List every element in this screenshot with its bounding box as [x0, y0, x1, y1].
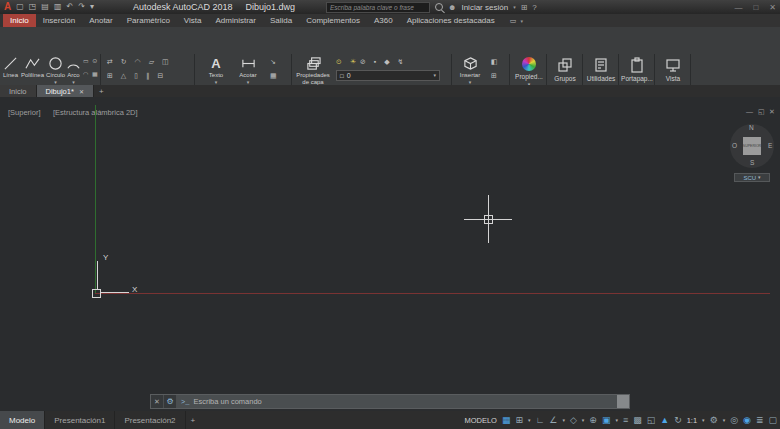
block-edit-icon[interactable]: ◧: [491, 58, 501, 65]
drawing-close-icon[interactable]: ✕: [769, 108, 775, 116]
viewcube[interactable]: N O E S SUPERIOR: [730, 124, 774, 168]
workspace-gear-icon[interactable]: ⚙: [710, 416, 718, 425]
ortho-icon[interactable]: ∟: [535, 416, 544, 425]
sign-in-button[interactable]: Iniciar sesión: [461, 3, 508, 12]
draw-extra-tools-row[interactable]: ◠ ▦: [83, 71, 99, 77]
ribbon-minimize-icon[interactable]: ▭: [510, 17, 517, 25]
viewcube-south[interactable]: S: [750, 160, 754, 167]
chevron-down-icon[interactable]: ▾: [702, 418, 705, 423]
transparency-icon[interactable]: ▩: [633, 416, 642, 425]
panel-propiedades-collapsed[interactable]: Propied... ▾: [512, 57, 546, 87]
chevron-down-icon[interactable]: ▾: [615, 418, 618, 423]
chevron-down-icon[interactable]: ▾: [513, 4, 516, 10]
app-store-icon[interactable]: ⊞: [521, 3, 528, 12]
new-layout-button[interactable]: +: [186, 411, 201, 429]
file-tab-dibujo1[interactable]: Dibujo1* ✕: [37, 85, 94, 97]
chevron-down-icon[interactable]: ▾: [520, 18, 523, 24]
isolate-objects-icon[interactable]: ◎: [730, 416, 738, 425]
modify-tools-row[interactable]: ⇄ ↻ ◠ ▱ ◫: [107, 58, 172, 65]
modify-tools-row[interactable]: ⊞ △ ▯ ∥ ⊟: [107, 72, 166, 79]
ribbon-tab-a360[interactable]: A360: [367, 14, 400, 27]
qat-undo-icon[interactable]: ↶: [66, 3, 73, 11]
object-snap-icon[interactable]: ▣: [602, 416, 611, 425]
drawing-restore-icon[interactable]: ◱: [758, 108, 765, 116]
viewcube-north[interactable]: N: [749, 125, 754, 132]
circle-tool-button[interactable]: Círculo ▾: [45, 56, 66, 85]
ribbon-tab-salida[interactable]: Salida: [263, 14, 299, 27]
arc-tool-button[interactable]: Arco ▾: [66, 56, 81, 85]
polyline-tool-button[interactable]: Polilínea: [20, 56, 45, 79]
leader-tool-icon[interactable]: ↘: [270, 58, 279, 65]
new-drawing-tab-button[interactable]: +: [94, 85, 109, 97]
object-snap-tracking-icon[interactable]: ⊕: [589, 416, 597, 425]
command-line[interactable]: ✕ ⚙ >_ Escriba un comando: [150, 394, 630, 409]
chevron-down-icon[interactable]: ▾: [528, 418, 531, 423]
window-minimize-icon[interactable]: —: [734, 3, 742, 12]
qat-customize-chevron-icon[interactable]: ▾: [90, 3, 94, 11]
ribbon-tab-vista[interactable]: Vista: [177, 14, 209, 27]
snap-icon[interactable]: ⊞: [515, 416, 523, 425]
layer-state-icons[interactable]: ⊘ ▪ ◆ ↯: [360, 58, 406, 65]
model-space-button[interactable]: MODELO: [464, 416, 497, 425]
viewport-view-control[interactable]: [Superior]: [8, 108, 41, 117]
qat-save-icon[interactable]: ▤: [41, 3, 49, 11]
command-scroll-handle[interactable]: [617, 395, 629, 408]
insert-block-button[interactable]: Insertar ▾: [455, 56, 485, 85]
qat-new-icon[interactable]: ▢: [16, 3, 24, 11]
help-icon[interactable]: ?: [532, 3, 536, 12]
lineweight-icon[interactable]: ≡: [623, 416, 628, 425]
draw-extra-tools-row[interactable]: ▭ ⊙: [83, 58, 98, 64]
ribbon-tab-administrar[interactable]: Administrar: [209, 14, 263, 27]
window-close-icon[interactable]: ✕: [769, 3, 776, 12]
layer-state-icons[interactable]: ⊙ ☀: [336, 58, 359, 65]
search-icon[interactable]: [435, 3, 443, 11]
isodraft-icon[interactable]: ◇: [570, 416, 577, 425]
command-close-icon[interactable]: ✕: [151, 395, 164, 408]
viewcube-west[interactable]: O: [732, 143, 737, 150]
customization-menu-icon[interactable]: ≣: [756, 416, 764, 425]
chevron-down-icon[interactable]: ▾: [723, 418, 726, 423]
qat-plot-icon[interactable]: ▥: [54, 3, 62, 11]
chevron-down-icon[interactable]: ▾: [433, 73, 436, 78]
layer-dropdown[interactable]: □ 0 ▾: [336, 70, 440, 81]
viewcube-ucs-menu[interactable]: SCU ▾: [734, 173, 770, 182]
chevron-down-icon[interactable]: ▾: [582, 418, 585, 423]
annotation-visibility-icon[interactable]: ▲: [660, 416, 669, 425]
ribbon-tab-inicio[interactable]: Inicio: [3, 14, 36, 27]
grid-icon[interactable]: ▦: [502, 416, 511, 425]
autoscale-icon[interactable]: ↻: [674, 416, 682, 425]
text-tool-button[interactable]: A Texto ▾: [203, 56, 229, 85]
viewcube-east[interactable]: E: [768, 143, 772, 150]
ribbon-tab-aplicaciones[interactable]: Aplicaciones destacadas: [400, 14, 502, 27]
dimension-tool-button[interactable]: Acotar ▾: [233, 56, 263, 85]
layout-tab-modelo[interactable]: Modelo: [0, 411, 45, 429]
command-customize-wrench-icon[interactable]: ⚙: [164, 395, 177, 408]
command-input[interactable]: >_ Escriba un comando: [177, 395, 617, 408]
search-input[interactable]: [326, 2, 430, 13]
block-attributes-icon[interactable]: ⊞: [491, 72, 500, 79]
line-tool-button[interactable]: Línea: [1, 56, 20, 79]
drawing-minimize-icon[interactable]: —: [746, 108, 753, 115]
drawing-viewport[interactable]: [Superior] [Estructura alámbrica 2D] — ◱…: [0, 97, 780, 411]
graphics-performance-icon[interactable]: ◉: [743, 416, 751, 425]
window-maximize-icon[interactable]: □: [753, 3, 758, 12]
annotation-scale-button[interactable]: 1:1: [687, 416, 697, 425]
layout-tab-presentacion2[interactable]: Presentación2: [115, 411, 185, 429]
table-tool-icon[interactable]: ▦: [270, 72, 280, 79]
chevron-down-icon[interactable]: ▾: [562, 418, 565, 423]
qat-open-icon[interactable]: ◳: [29, 3, 37, 11]
ribbon-tab-complementos[interactable]: Complementos: [299, 14, 367, 27]
layout-tab-presentacion1[interactable]: Presentación1: [45, 411, 115, 429]
autocad-logo-icon[interactable]: A: [4, 2, 11, 12]
ribbon-tab-insercion[interactable]: Inserción: [36, 14, 82, 27]
layer-properties-button[interactable]: Propiedades de capa: [295, 56, 331, 86]
qat-redo-icon[interactable]: ↷: [78, 3, 85, 11]
viewcube-top-face[interactable]: SUPERIOR: [743, 137, 761, 155]
close-icon[interactable]: ✕: [79, 88, 84, 95]
clean-screen-icon[interactable]: ▢: [768, 416, 777, 425]
ribbon-tab-anotar[interactable]: Anotar: [82, 14, 120, 27]
selection-cycling-icon[interactable]: ◱: [647, 416, 656, 425]
file-tab-inicio[interactable]: Inicio: [0, 85, 37, 97]
polar-tracking-icon[interactable]: ∠: [549, 416, 557, 425]
ribbon-tab-parametrico[interactable]: Paramétrico: [120, 14, 177, 27]
